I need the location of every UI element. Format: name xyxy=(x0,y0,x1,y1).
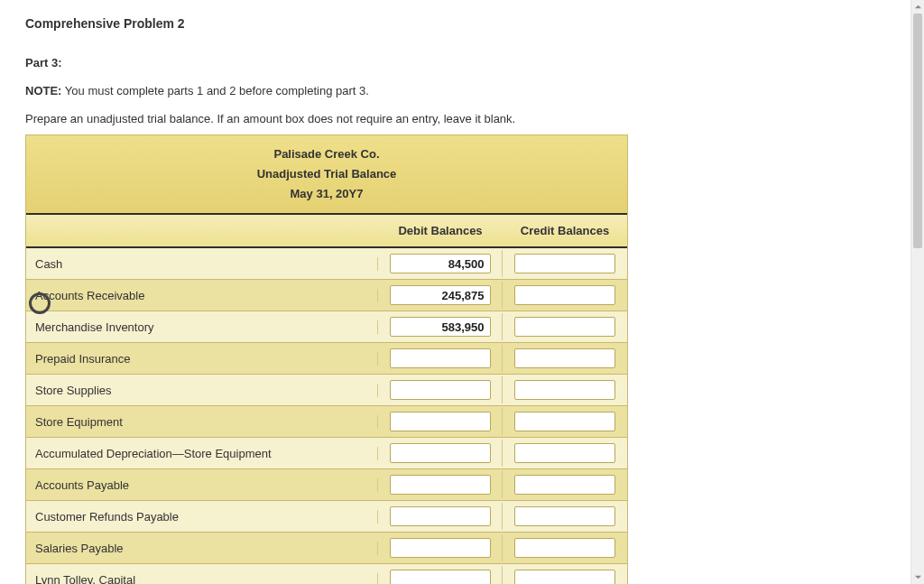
credit-cell xyxy=(503,345,627,372)
report-name: Unadjusted Trial Balance xyxy=(26,164,627,184)
debit-input[interactable] xyxy=(390,506,491,526)
scroll-down-icon[interactable] xyxy=(911,570,924,584)
debit-input[interactable] xyxy=(390,443,491,463)
credit-input[interactable] xyxy=(514,443,615,463)
credit-input[interactable] xyxy=(514,475,615,495)
account-label: Cash xyxy=(26,257,378,271)
vertical-scrollbar[interactable] xyxy=(910,0,924,584)
debit-input[interactable] xyxy=(390,570,491,584)
credit-cell xyxy=(503,376,627,403)
debit-cell xyxy=(378,471,503,498)
content-viewport[interactable]: Comprehensive Problem 2 Part 3: NOTE: Yo… xyxy=(0,0,910,584)
credit-input[interactable] xyxy=(514,506,615,526)
table-row: Prepaid Insurance xyxy=(26,343,627,375)
credit-input[interactable] xyxy=(514,285,615,305)
credit-cell xyxy=(503,282,627,309)
report-date: May 31, 20Y7 xyxy=(26,184,627,204)
table-row: Lynn Tolley, Capital xyxy=(26,564,627,584)
debit-cell xyxy=(378,534,503,561)
debit-cell xyxy=(378,313,503,340)
table-header: Palisade Creek Co. Unadjusted Trial Bala… xyxy=(26,135,627,215)
debit-input[interactable] xyxy=(390,475,491,495)
debit-cell xyxy=(378,503,503,530)
debit-column-header: Debit Balances xyxy=(378,215,503,246)
table-row: Store Supplies xyxy=(26,375,627,406)
debit-cell xyxy=(378,282,503,309)
credit-input[interactable] xyxy=(514,317,615,337)
debit-input[interactable] xyxy=(390,285,491,305)
account-label: Store Supplies xyxy=(26,384,378,397)
credit-cell xyxy=(503,566,627,584)
credit-cell xyxy=(503,313,627,340)
debit-input[interactable] xyxy=(390,380,491,400)
credit-cell xyxy=(503,534,627,561)
account-label: Merchandise Inventory xyxy=(26,320,378,334)
account-label: Customer Refunds Payable xyxy=(26,510,378,524)
trial-balance-table: Palisade Creek Co. Unadjusted Trial Bala… xyxy=(25,134,628,584)
column-headers: Debit Balances Credit Balances xyxy=(26,215,627,248)
account-label: Salaries Payable xyxy=(26,542,378,555)
credit-column-header: Credit Balances xyxy=(503,215,627,246)
debit-cell xyxy=(378,250,503,277)
note-text: You must complete parts 1 and 2 before c… xyxy=(65,84,369,97)
table-row: Cash xyxy=(26,248,627,280)
credit-cell xyxy=(503,440,627,467)
credit-input[interactable] xyxy=(514,254,615,273)
debit-input[interactable] xyxy=(390,412,491,431)
account-label: Accumulated Depreciation—Store Equipment xyxy=(26,447,378,460)
instructions: Prepare an unadjusted trial balance. If … xyxy=(25,112,892,125)
note-line: NOTE: You must complete parts 1 and 2 be… xyxy=(25,84,892,97)
table-row: Store Equipment xyxy=(26,406,627,438)
debit-input[interactable] xyxy=(390,254,491,273)
scrollbar-thumb[interactable] xyxy=(913,14,922,248)
table-row: Accumulated Depreciation—Store Equipment xyxy=(26,438,627,469)
table-row: Customer Refunds Payable xyxy=(26,501,627,533)
debit-input[interactable] xyxy=(390,538,491,558)
account-label: Accounts Receivable xyxy=(26,289,378,302)
credit-input[interactable] xyxy=(514,538,615,558)
credit-input[interactable] xyxy=(514,380,615,400)
page-title: Comprehensive Problem 2 xyxy=(25,16,892,31)
company-name: Palisade Creek Co. xyxy=(26,144,627,164)
credit-input[interactable] xyxy=(514,412,615,431)
debit-cell xyxy=(378,345,503,372)
account-label: Prepaid Insurance xyxy=(26,352,378,366)
debit-cell xyxy=(378,376,503,403)
credit-cell xyxy=(503,471,627,498)
credit-cell xyxy=(503,250,627,277)
account-column-spacer xyxy=(26,215,378,246)
credit-cell xyxy=(503,408,627,435)
table-row: Merchandise Inventory xyxy=(26,311,627,343)
row-marker-icon xyxy=(29,292,51,314)
note-prefix: NOTE: xyxy=(25,84,61,97)
table-row: Accounts Payable xyxy=(26,469,627,501)
credit-input[interactable] xyxy=(514,348,615,368)
part-label: Part 3: xyxy=(25,56,892,70)
scrollbar-track xyxy=(913,14,922,570)
debit-cell xyxy=(378,566,503,584)
credit-cell xyxy=(503,503,627,530)
debit-cell xyxy=(378,440,503,467)
account-label: Accounts Payable xyxy=(26,478,378,492)
rows-container: CashAccounts ReceivableMerchandise Inven… xyxy=(26,248,627,584)
credit-input[interactable] xyxy=(514,570,615,584)
debit-input[interactable] xyxy=(390,348,491,368)
table-row: Salaries Payable xyxy=(26,533,627,564)
table-row: Accounts Receivable xyxy=(26,280,627,311)
debit-input[interactable] xyxy=(390,317,491,337)
scroll-up-icon[interactable] xyxy=(911,0,924,14)
debit-cell xyxy=(378,408,503,435)
account-label: Lynn Tolley, Capital xyxy=(26,573,378,584)
account-label: Store Equipment xyxy=(26,415,378,429)
